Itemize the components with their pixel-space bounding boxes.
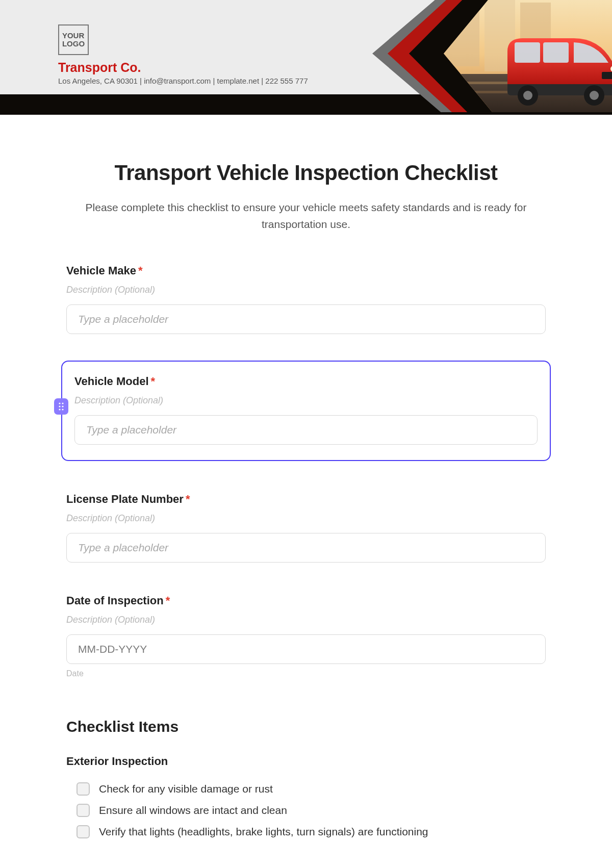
- svg-point-17: [59, 405, 60, 407]
- svg-point-16: [62, 402, 63, 404]
- date-label: Date of Inspection*: [66, 594, 546, 607]
- letterhead: YOUR LOGO Transport Co. Los Angeles, CA …: [0, 0, 612, 115]
- checkbox[interactable]: [76, 804, 90, 817]
- checklist-item: Check for any visible damage or rust: [76, 778, 546, 800]
- svg-rect-7: [515, 42, 540, 63]
- vehicle-make-input[interactable]: Type a placeholder: [66, 304, 546, 334]
- checklist-section-title: Checklist Items: [61, 718, 551, 735]
- header-chevron-graphic: [291, 0, 612, 115]
- svg-point-14: [590, 91, 599, 100]
- required-marker: *: [186, 493, 190, 505]
- license-plate-placeholder: Type a placeholder: [78, 542, 168, 554]
- vehicle-model-desc[interactable]: Description (Optional): [74, 395, 538, 406]
- vehicle-model-label: Vehicle Model*: [74, 375, 538, 388]
- vehicle-model-label-text: Vehicle Model: [74, 375, 149, 388]
- logo-text: YOUR LOGO: [62, 32, 85, 48]
- checklist-item: Ensure all windows are intact and clean: [76, 800, 546, 821]
- field-vehicle-model-selected[interactable]: Vehicle Model* Description (Optional) Ty…: [61, 361, 551, 461]
- checklist-group-exterior: Check for any visible damage or rust Ens…: [61, 778, 551, 843]
- checklist-group-exterior-title: Exterior Inspection: [61, 755, 551, 768]
- vehicle-make-placeholder: Type a placeholder: [78, 313, 168, 325]
- license-plate-input[interactable]: Type a placeholder: [66, 533, 546, 563]
- svg-rect-8: [543, 42, 569, 63]
- field-vehicle-make: Vehicle Make* Description (Optional) Typ…: [61, 264, 551, 334]
- svg-point-15: [59, 402, 60, 404]
- checklist-item-label: Verify that lights (headlights, brake li…: [99, 826, 428, 838]
- svg-point-12: [523, 91, 532, 100]
- required-marker: *: [151, 375, 156, 388]
- required-marker: *: [166, 594, 170, 607]
- license-plate-label-text: License Plate Number: [66, 493, 184, 505]
- field-license-plate: License Plate Number* Description (Optio…: [61, 493, 551, 563]
- required-marker: *: [138, 264, 143, 277]
- page-title: Transport Vehicle Inspection Checklist: [61, 161, 551, 185]
- date-input[interactable]: MM-DD-YYYY: [66, 634, 546, 664]
- field-vehicle-model: Vehicle Model* Description (Optional) Ty…: [74, 375, 538, 445]
- date-label-text: Date of Inspection: [66, 594, 164, 607]
- page-subtitle: Please complete this checklist to ensure…: [82, 199, 530, 233]
- checkbox[interactable]: [76, 825, 90, 838]
- vehicle-make-label: Vehicle Make*: [66, 264, 546, 277]
- checklist-item: Verify that lights (headlights, brake li…: [76, 821, 546, 843]
- checklist-item-label: Check for any visible damage or rust: [99, 783, 273, 795]
- logo-placeholder: YOUR LOGO: [58, 24, 89, 55]
- vehicle-make-desc[interactable]: Description (Optional): [66, 285, 546, 295]
- svg-rect-9: [602, 72, 612, 79]
- field-date-of-inspection: Date of Inspection* Description (Optiona…: [61, 594, 551, 678]
- vehicle-make-label-text: Vehicle Make: [66, 264, 136, 277]
- checklist-item-label: Ensure all windows are intact and clean: [99, 804, 287, 816]
- svg-point-18: [62, 405, 63, 407]
- svg-point-19: [59, 409, 60, 410]
- company-name: Transport Co.: [58, 60, 141, 75]
- drag-handle-icon[interactable]: [54, 398, 68, 415]
- date-hint: Date: [66, 669, 546, 678]
- contact-line: Los Angeles, CA 90301 | info@transport.c…: [58, 76, 308, 85]
- license-plate-desc[interactable]: Description (Optional): [66, 513, 546, 524]
- vehicle-model-placeholder: Type a placeholder: [86, 424, 176, 436]
- date-desc[interactable]: Description (Optional): [66, 615, 546, 625]
- checkbox[interactable]: [76, 782, 90, 796]
- license-plate-label: License Plate Number*: [66, 493, 546, 506]
- date-placeholder: MM-DD-YYYY: [78, 643, 147, 655]
- svg-point-20: [62, 409, 63, 410]
- form-body: Transport Vehicle Inspection Checklist P…: [61, 161, 551, 843]
- vehicle-model-input[interactable]: Type a placeholder: [74, 415, 538, 445]
